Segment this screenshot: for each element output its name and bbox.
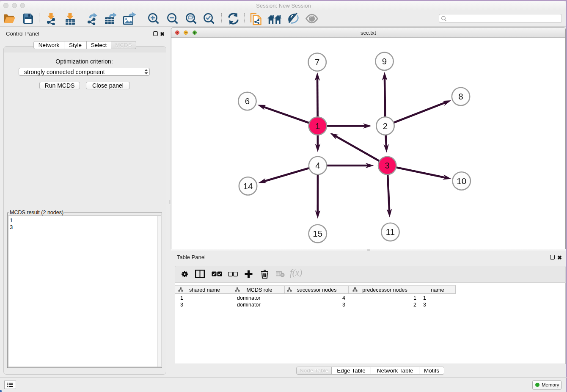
svg-text:8: 8 bbox=[458, 91, 463, 101]
svg-text:4: 4 bbox=[315, 160, 320, 170]
svg-text:9: 9 bbox=[382, 56, 387, 66]
svg-text:1: 1 bbox=[315, 121, 320, 131]
svg-text:11: 11 bbox=[386, 227, 395, 237]
svg-text:2: 2 bbox=[383, 121, 388, 131]
svg-text:3: 3 bbox=[385, 160, 389, 170]
svg-text:7: 7 bbox=[315, 57, 319, 67]
svg-text:10: 10 bbox=[457, 176, 466, 186]
svg-text:6: 6 bbox=[245, 96, 250, 106]
svg-text:14: 14 bbox=[243, 181, 253, 191]
svg-text:15: 15 bbox=[313, 229, 322, 238]
